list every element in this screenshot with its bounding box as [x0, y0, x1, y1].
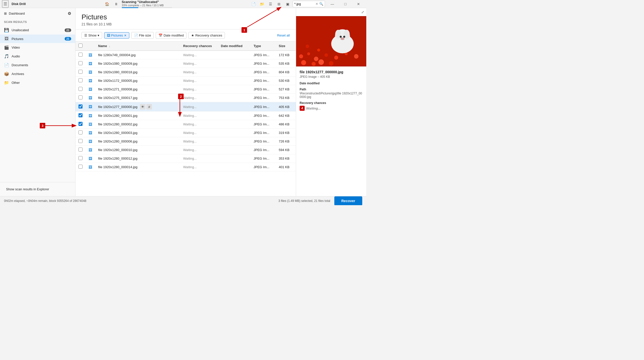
file-icon: 🖼 — [89, 157, 92, 161]
unallocated-badge: 21 — [65, 28, 71, 32]
row-checkbox[interactable] — [78, 139, 83, 143]
row-checkbox[interactable] — [78, 165, 83, 169]
file-size-cell: 405 KB — [276, 102, 296, 112]
expand-panel-icon[interactable]: ⤢ — [361, 10, 364, 14]
row-checkbox[interactable] — [78, 78, 83, 82]
pause-button[interactable]: ⏸ — [113, 1, 120, 8]
show-filter-button[interactable]: ☰ Show ▾ — [82, 32, 102, 39]
search-input[interactable] — [294, 2, 314, 6]
scanning-title: Scanning "Unallocated" — [122, 0, 159, 4]
row-checkbox[interactable] — [78, 53, 83, 57]
tag-action-button[interactable]: # — [146, 104, 152, 110]
file-name-text: file 1920x1277_000000.jpg — [98, 105, 137, 109]
file-size-button[interactable]: 📄 File size — [131, 32, 154, 39]
row-checkbox[interactable] — [78, 61, 83, 65]
row-checkbox[interactable] — [78, 70, 83, 74]
preview-action-button[interactable]: 👁 — [140, 104, 145, 110]
recovery-chances-cell: Waiting... — [180, 85, 218, 94]
list-view-button[interactable]: ☰ — [267, 1, 274, 8]
show-label: Show — [88, 33, 97, 37]
sidebar-item-label-pictures: Pictures — [12, 37, 62, 41]
row-checkbox[interactable] — [78, 113, 83, 117]
th-name[interactable]: Name ↓ — [95, 42, 180, 51]
file-name-cell: file 1920x1280_000001.jpg — [95, 112, 180, 120]
file-size-cell: 530 KB — [276, 77, 296, 85]
recovery-chances-button[interactable]: ★ Recovery chances — [188, 32, 225, 39]
pictures-filter-chip[interactable]: 🖼 Pictures ✕ — [104, 32, 129, 39]
row-checkbox[interactable] — [78, 87, 83, 91]
settings-button[interactable]: ⚙ — [68, 11, 71, 16]
select-all-checkbox[interactable] — [78, 44, 83, 48]
file-name-cell: file 1920x1080_000009.jpg — [95, 59, 180, 68]
filter-icon: ☰ — [84, 33, 87, 37]
sidebar-item-video[interactable]: 🎬 Video — [0, 43, 75, 52]
date-modified-cell — [218, 137, 251, 146]
sidebar-item-unallocated[interactable]: 💾 Unallocated 21 — [0, 26, 75, 34]
file-name-text: file 1920x1172_000005.jpg — [98, 79, 137, 83]
search-box[interactable]: ✕ 🔍 — [293, 1, 325, 7]
chevron-down-icon: ▾ — [98, 33, 99, 37]
th-type[interactable]: Type — [251, 42, 276, 51]
table-row: 🖼file 1920x1280_000010.jpgWaiting...JPEG… — [75, 146, 296, 154]
sidebar-item-other[interactable]: 📁 Other — [0, 78, 75, 87]
hamburger-menu-button[interactable]: ☰ — [2, 0, 9, 8]
file-name-text: file 1920x1275_000017.jpg — [98, 96, 137, 100]
recovery-chances-cell: Waiting... — [180, 129, 218, 137]
reset-all-button[interactable]: Reset all — [277, 33, 290, 37]
th-size[interactable]: Size — [276, 42, 296, 51]
file-size-cell: 804 KB — [276, 68, 296, 77]
row-checkbox[interactable] — [78, 122, 83, 126]
scan-results-label: Scan results — [0, 19, 75, 26]
sidebar-item-audio[interactable]: 🎵 Audio — [0, 52, 75, 61]
file-type-icon-cell: 🖼 — [86, 129, 95, 137]
file-type-cell: JPEG Im... — [251, 163, 276, 171]
row-checkbox[interactable] — [78, 104, 83, 109]
file-name-cell: file 1920x1280_000006.jpg — [95, 137, 180, 146]
th-recovery[interactable]: Recovery chances — [180, 42, 218, 51]
recover-button[interactable]: Recover — [334, 196, 362, 205]
preview-image — [296, 16, 366, 66]
th-date[interactable]: Date modified — [218, 42, 251, 51]
file-icon: 🖼 — [89, 62, 92, 66]
date-modified-button[interactable]: 📅 Date modified — [156, 32, 186, 39]
row-checkbox[interactable] — [78, 156, 83, 160]
sidebar-item-archives[interactable]: 📦 Archives — [0, 69, 75, 78]
file-name-cell: file 1920x1280_000014.jpg — [95, 163, 180, 171]
grid-view-button[interactable]: ⊞ — [275, 1, 283, 8]
date-modified-cell — [218, 94, 251, 102]
date-modified-cell — [218, 146, 251, 154]
table-row: 🖼file 1920x1277_000000.jpg 👁 # Waiting..… — [75, 102, 296, 112]
file-name-text: file 1920x1280_000001.jpg — [98, 114, 137, 118]
row-checkbox[interactable] — [78, 95, 83, 99]
folder-icon-button[interactable]: 📁 — [258, 1, 265, 8]
row-checkbox[interactable] — [78, 130, 83, 134]
file-icon: 🖼 — [89, 79, 92, 83]
file-icon-button[interactable]: 📄 — [250, 1, 257, 8]
sidebar: ⊞ Dashboard ⚙ Scan results 💾 Unallocated… — [0, 8, 75, 196]
sidebar-item-pictures[interactable]: 🖼 Pictures 21 — [0, 34, 75, 43]
show-in-explorer-button[interactable]: Show scan results in Explorer — [4, 185, 71, 193]
minimize-button[interactable]: — — [327, 0, 338, 8]
date-modified-label: Date modified — [164, 33, 184, 37]
row-checkbox[interactable] — [78, 148, 83, 152]
recovery-chances-cell: Waiting... — [180, 77, 218, 85]
search-clear-icon[interactable]: ✕ — [315, 2, 318, 6]
close-button[interactable]: ✕ — [353, 0, 364, 8]
file-type-icon-cell: 🖼 — [86, 94, 95, 102]
annotation-4: 4 — [300, 106, 305, 111]
pictures-filter-close[interactable]: ✕ — [124, 34, 127, 37]
svg-point-8 — [354, 54, 358, 59]
file-type-icon-cell: 🖼 — [86, 51, 95, 59]
file-size-cell: 486 KB — [276, 120, 296, 129]
home-button[interactable]: 🏠 — [104, 1, 111, 8]
file-type-icon-cell: 🖼 — [86, 77, 95, 85]
maximize-button[interactable]: □ — [340, 0, 351, 8]
sidebar-item-documents[interactable]: 📄 Documents — [0, 61, 75, 69]
scanning-info: 🏠 ⏸ Scanning "Unallocated" 33% complete … — [26, 0, 250, 8]
file-name-cell: file 1920x1280_000012.jpg — [95, 154, 180, 163]
file-size-cell: 353 KB — [276, 154, 296, 163]
panel-view-button[interactable]: ▣ — [284, 1, 291, 8]
file-size-cell: 527 KB — [276, 85, 296, 94]
file-name-text: file 1920x1280_000014.jpg — [98, 165, 137, 169]
svg-point-21 — [318, 59, 324, 65]
